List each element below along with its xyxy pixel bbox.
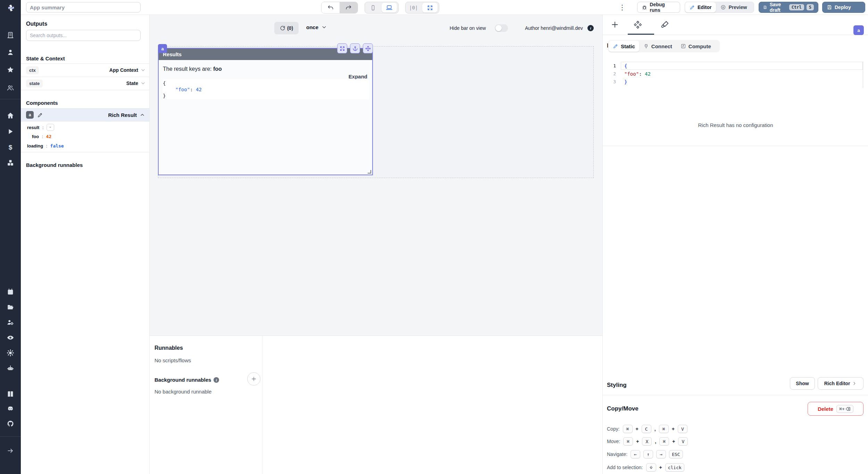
mobile-view-button[interactable]: [365, 2, 381, 13]
json-line: }: [163, 93, 369, 99]
schedules-calendar-icon[interactable]: [7, 288, 14, 296]
debug-runs-button[interactable]: Debug runs: [637, 2, 680, 13]
mobile-icon: [370, 5, 376, 11]
desktop-view-button[interactable]: [382, 3, 397, 12]
tree-row-foo[interactable]: foo : 42: [32, 134, 51, 139]
shift-key: [646, 463, 656, 472]
schedule-value: once: [306, 24, 318, 30]
runs-play-icon[interactable]: [7, 128, 14, 135]
ctx-value: App Context: [109, 67, 138, 73]
tree-row-loading[interactable]: loading : false: [27, 143, 64, 149]
ctx-row[interactable]: ctx App Context: [21, 64, 149, 77]
expand-icon: [340, 46, 345, 51]
edit-pencil-icon[interactable]: [37, 112, 43, 118]
favorites-star-icon[interactable]: [7, 66, 14, 74]
editor-scrollbar[interactable]: [863, 62, 863, 88]
json-open-brace: {: [163, 81, 166, 86]
anchor-component-button[interactable]: [350, 43, 360, 53]
more-options-menu[interactable]: ⋮: [619, 3, 626, 12]
github-icon[interactable]: [7, 420, 14, 428]
rich-editor-button[interactable]: Rich Editor: [818, 377, 863, 390]
outputs-panel: Outputs State & Context ctx App Context …: [21, 15, 150, 474]
chevron-down-icon[interactable]: [140, 81, 146, 86]
audit-eye-icon[interactable]: [7, 334, 14, 341]
fullscreen-button[interactable]: [422, 3, 437, 12]
insert-component-tab[interactable]: [610, 20, 619, 29]
chevron-up-icon[interactable]: [140, 112, 145, 118]
tab-compute[interactable]: Compute: [676, 41, 715, 52]
json-line: {: [163, 80, 369, 86]
resources-cubes-icon[interactable]: [7, 159, 14, 167]
chevron-down-icon[interactable]: [140, 67, 146, 73]
shortcut-row-add-selection: Add to selection: + click: [607, 463, 684, 472]
component-actions: [337, 43, 373, 53]
redo-button[interactable]: [340, 2, 358, 13]
state-row[interactable]: state State: [21, 77, 149, 90]
tab-preview[interactable]: Preview: [716, 2, 751, 12]
windmill-app-editor: |0| ⋮ Debug runs Editor Preview Save dr: [0, 0, 868, 474]
tree-row-result[interactable]: result : -: [27, 124, 54, 131]
json-preview: { "foo": 42 }: [163, 79, 369, 99]
variables-dollar-icon[interactable]: $: [7, 144, 14, 151]
collapse-arrow-icon[interactable]: [7, 447, 14, 455]
components-title: Components: [26, 100, 58, 106]
home-icon[interactable]: [7, 112, 14, 119]
outputs-title: Outputs: [26, 21, 47, 27]
component-a-row[interactable]: a Rich Result: [21, 108, 149, 121]
hide-bar-toggle[interactable]: [495, 24, 508, 32]
json-value: 42: [196, 87, 202, 92]
tab-connect[interactable]: Connect: [639, 41, 676, 52]
app-sidebar: $: [0, 0, 21, 474]
zero-bar-icon: |0|: [409, 5, 418, 10]
cmd-plus: ⌘+: [839, 406, 845, 412]
hide-bar-label: Hide bar on view: [450, 25, 486, 31]
comma-sep: ,: [655, 439, 656, 444]
groups-icon[interactable]: [7, 84, 14, 92]
rich-result-component[interactable]: a Results The result keys are: foo Expan…: [158, 48, 373, 175]
workspace-icon[interactable]: [7, 31, 14, 39]
shift-icon: [649, 465, 653, 470]
undo-button[interactable]: [322, 2, 340, 13]
discord-icon[interactable]: [7, 405, 14, 413]
tab-static[interactable]: Static: [609, 41, 639, 52]
save-draft-button[interactable]: Save draft Ctrl S: [759, 2, 818, 13]
add-background-runnable-button[interactable]: [247, 372, 260, 386]
line-number: 3: [607, 79, 616, 84]
app-summary-input[interactable]: [26, 2, 141, 12]
background-runnables-empty: No background runnable: [155, 389, 211, 395]
refresh-button[interactable]: (0): [274, 22, 299, 34]
expand-json-link[interactable]: Expand: [349, 74, 367, 79]
expand-component-button[interactable]: [337, 43, 347, 53]
folders-icon[interactable]: [7, 303, 14, 311]
shortcut-label: Copy:: [607, 426, 620, 432]
delete-component-button[interactable]: Delete ⌘+: [808, 402, 863, 416]
json-line: "foo": 42: [163, 86, 369, 93]
move-component-button[interactable]: [363, 43, 373, 53]
tab-editor[interactable]: Editor: [685, 2, 716, 12]
styling-brush-tab[interactable]: [660, 20, 669, 29]
windmill-logo[interactable]: [7, 3, 14, 11]
component-settings-tab[interactable]: [633, 20, 642, 29]
docs-book-icon[interactable]: [7, 390, 14, 398]
resize-handle[interactable]: [368, 170, 371, 173]
divider: [603, 146, 868, 146]
groups-admin-icon[interactable]: [7, 319, 14, 326]
editor-label: Editor: [698, 5, 711, 10]
settings-gear-icon[interactable]: [7, 349, 14, 357]
schedule-dropdown[interactable]: once: [306, 24, 327, 30]
search-outputs-input[interactable]: [26, 30, 141, 41]
collapse-toggle-button[interactable]: -: [47, 124, 54, 131]
runnables-title: Runnables: [155, 345, 183, 351]
json-code-editor[interactable]: 1 { 2 "foo": 42 3 }: [607, 62, 864, 88]
show-styling-button[interactable]: Show: [790, 377, 815, 390]
divider: [21, 152, 149, 152]
user-icon[interactable]: [7, 49, 14, 56]
deploy-button[interactable]: Deploy: [822, 2, 865, 13]
background-runnables-header: Background runnables i: [155, 377, 219, 383]
centered-layout-button[interactable]: |0|: [406, 2, 422, 13]
info-icon[interactable]: i: [587, 25, 594, 31]
pencil-icon: [613, 43, 618, 49]
code-line: 3 }: [607, 78, 864, 86]
info-icon[interactable]: i: [214, 377, 219, 383]
workers-robot-icon[interactable]: [7, 364, 14, 372]
